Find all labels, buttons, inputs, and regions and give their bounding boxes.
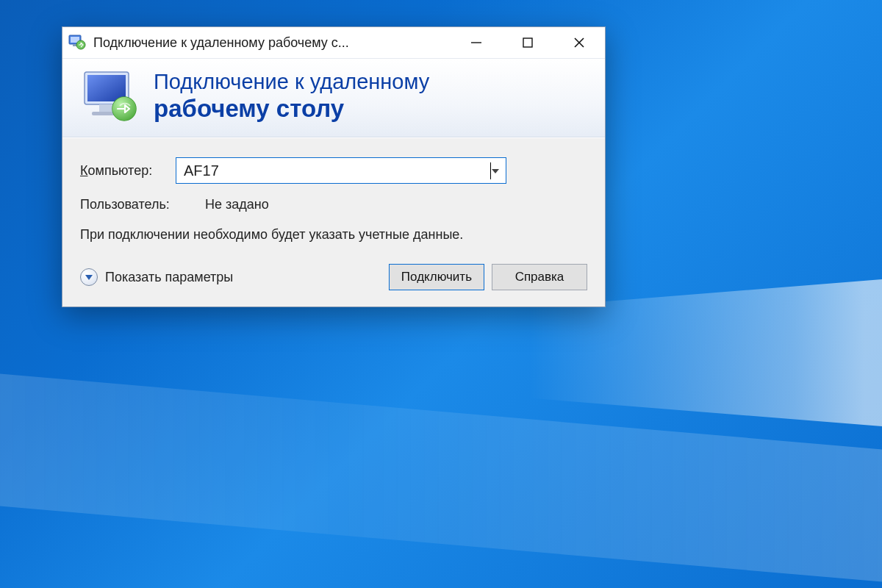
dialog-title-line1: Подключение к удаленному <box>154 70 429 94</box>
computer-value: AF17 <box>184 162 491 179</box>
show-options-label: Показать параметры <box>105 270 233 285</box>
dialog-body: Компьютер: AF17 Пользователь: Не задано … <box>62 137 605 306</box>
show-options-toggle[interactable]: Показать параметры <box>80 268 381 286</box>
dialog-footer: Показать параметры Подключить Справка <box>80 264 587 290</box>
user-row: Пользователь: Не задано <box>80 197 587 212</box>
expand-down-icon <box>80 268 98 286</box>
window-controls <box>451 27 605 58</box>
titlebar[interactable]: Подключение к удаленному рабочему с... <box>62 27 605 58</box>
window-title: Подключение к удаленному рабочему с... <box>93 35 451 51</box>
user-value: Не задано <box>205 197 269 212</box>
svg-rect-11 <box>99 104 114 112</box>
svg-rect-5 <box>523 38 532 47</box>
svg-marker-16 <box>85 275 93 280</box>
remote-desktop-icon <box>79 69 140 123</box>
credentials-hint: При подключении необходимо будет указать… <box>80 226 492 243</box>
computer-label: Компьютер: <box>80 163 176 179</box>
dialog-title: Подключение к удаленному рабочему столу <box>154 70 429 122</box>
user-label: Пользователь: <box>80 197 205 212</box>
chevron-down-icon[interactable] <box>491 165 500 176</box>
close-button[interactable] <box>553 27 605 58</box>
help-button[interactable]: Справка <box>492 264 587 290</box>
dialog-header: Подключение к удаленному рабочему столу <box>62 58 605 137</box>
svg-marker-15 <box>492 169 499 173</box>
maximize-button[interactable] <box>502 27 553 58</box>
rdp-app-icon <box>68 34 86 51</box>
computer-row: Компьютер: AF17 <box>80 157 587 184</box>
dialog-title-line2: рабочему столу <box>154 95 429 123</box>
rdp-dialog: Подключение к удаленному рабочему с... <box>62 26 606 307</box>
minimize-button[interactable] <box>451 27 502 58</box>
computer-combobox[interactable]: AF17 <box>176 157 506 184</box>
connect-button[interactable]: Подключить <box>389 264 484 290</box>
